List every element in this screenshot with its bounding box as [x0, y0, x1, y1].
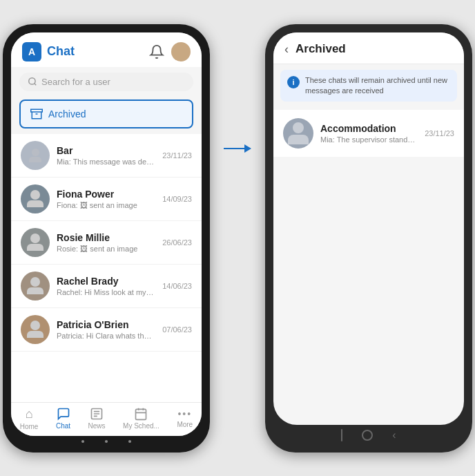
app-logo: A [22, 42, 41, 61]
chat-icon [57, 407, 70, 421]
info-icon: i [287, 76, 300, 88]
nav-schedule[interactable]: My Sched... [123, 407, 159, 430]
nav-more[interactable]: ••• More [177, 408, 193, 428]
chat-preview-patricia: Patricia: Hi Clara whats the c... [57, 332, 155, 340]
chat-preview-bar: Mia: This message was delet... [57, 158, 155, 166]
bell-icon [149, 44, 164, 59]
chat-name-patricia: Patricia O'Brien [57, 319, 155, 330]
nav-home-label: Home [20, 423, 39, 430]
nav-home[interactable]: ⌂ Home [20, 407, 39, 430]
archived-icon [30, 108, 43, 120]
app-header: A Chat [11, 32, 202, 67]
info-banner: i These chats will remain archived until… [280, 70, 457, 102]
chat-avatar-patricia [21, 315, 50, 344]
chat-date-bar: 23/11/23 [162, 151, 192, 160]
nav-more-label: More [177, 421, 193, 428]
bottom-nav: ⌂ Home Chat News My Sched... [11, 402, 202, 436]
home-indicator [11, 436, 202, 444]
chat-date-rachel: 14/06/23 [162, 282, 192, 290]
home-icon: ⌂ [26, 407, 33, 421]
archived-chat-date: 23/11/23 [425, 129, 454, 137]
chat-name-bar: Bar [57, 145, 155, 156]
svg-line-1 [35, 84, 37, 86]
nav-chat[interactable]: Chat [56, 407, 70, 430]
android-nav-bar: ‹ [273, 425, 464, 444]
archived-chat-name: Accommodation [320, 123, 418, 134]
nav-news-label: News [88, 422, 106, 430]
arrow-connector [224, 144, 251, 153]
right-header: ‹ Archived [273, 32, 464, 64]
arrow-head [244, 144, 251, 153]
news-icon [90, 407, 104, 421]
info-text: These chats will remain archived until n… [305, 75, 450, 97]
chat-date-patricia: 07/06/23 [162, 325, 192, 334]
android-recents-icon[interactable] [341, 429, 342, 441]
chat-info-fiona: Fiona Power Fiona: 🖼 sent an image [57, 189, 155, 209]
chat-date-fiona: 14/09/23 [162, 195, 192, 203]
chat-item-patricia[interactable]: Patricia O'Brien Patricia: Hi Clara what… [11, 308, 202, 352]
search-placeholder: Search for a user [41, 77, 110, 87]
schedule-icon [134, 407, 148, 421]
chat-avatar-rachel [21, 272, 50, 301]
chat-item-rachel[interactable]: Rachel Brady Rachel: Hi Miss look at my … [11, 265, 202, 308]
chat-avatar-bar [21, 141, 50, 170]
nav-news[interactable]: News [88, 407, 106, 430]
svg-rect-2 [31, 109, 43, 112]
arrow-line [224, 148, 244, 149]
chat-info-patricia: Patricia O'Brien Patricia: Hi Clara what… [57, 319, 155, 340]
logo-text: A [28, 46, 35, 57]
svg-rect-8 [136, 409, 146, 419]
chat-avatar-fiona [21, 184, 50, 213]
chat-preview-rachel: Rachel: Hi Miss look at my pr... [57, 288, 155, 296]
nav-schedule-label: My Sched... [123, 422, 159, 430]
chat-preview-rosie: Rosie: 🖼 sent an image [57, 245, 155, 253]
left-phone: A Chat Search for a user [3, 24, 210, 453]
android-home-icon[interactable] [362, 430, 373, 441]
archived-chat-preview: Mia: The supervisor standup ... [320, 135, 418, 144]
right-phone: ‹ Archived i These chats will remain arc… [265, 24, 472, 453]
chat-item-fiona[interactable]: Fiona Power Fiona: 🖼 sent an image 14/09… [11, 178, 202, 221]
chat-item-rosie[interactable]: Rosie Millie Rosie: 🖼 sent an image 26/0… [11, 221, 202, 265]
chat-preview-fiona: Fiona: 🖼 sent an image [57, 201, 155, 209]
more-icon: ••• [177, 408, 192, 419]
empty-space [273, 160, 464, 424]
search-icon [28, 77, 37, 86]
archived-label: Archived [48, 108, 86, 120]
left-screen: A Chat Search for a user [11, 32, 202, 436]
chat-item-bar[interactable]: Bar Mia: This message was delet... 23/11… [11, 134, 202, 178]
group-avatar-accommodation [283, 118, 313, 149]
chat-info-rachel: Rachel Brady Rachel: Hi Miss look at my … [57, 276, 155, 296]
right-screen: ‹ Archived i These chats will remain arc… [273, 32, 464, 425]
chat-name-fiona: Fiona Power [57, 189, 155, 200]
svg-point-0 [29, 78, 35, 84]
search-bar[interactable]: Search for a user [19, 73, 193, 91]
header-icons [149, 42, 191, 61]
archived-page-title: Archived [295, 42, 346, 56]
user-avatar [171, 42, 191, 61]
archived-chat-item-accommodation[interactable]: Accommodation Mia: The supervisor standu… [273, 110, 464, 157]
chat-name-rachel: Rachel Brady [57, 276, 155, 287]
chat-name-rosie: Rosie Millie [57, 232, 155, 243]
archived-chat-info: Accommodation Mia: The supervisor standu… [320, 123, 418, 144]
back-button[interactable]: ‹ [284, 42, 289, 57]
chat-avatar-rosie [21, 228, 50, 257]
archived-button[interactable]: Archived [19, 99, 193, 128]
chat-date-rosie: 26/06/23 [162, 238, 192, 247]
android-back-icon[interactable]: ‹ [392, 429, 396, 441]
chat-info-rosie: Rosie Millie Rosie: 🖼 sent an image [57, 232, 155, 253]
app-title: Chat [47, 44, 144, 59]
nav-chat-label: Chat [56, 422, 70, 430]
chat-info-bar: Bar Mia: This message was delet... [57, 145, 155, 166]
chat-list: Bar Mia: This message was delet... 23/11… [11, 134, 202, 402]
